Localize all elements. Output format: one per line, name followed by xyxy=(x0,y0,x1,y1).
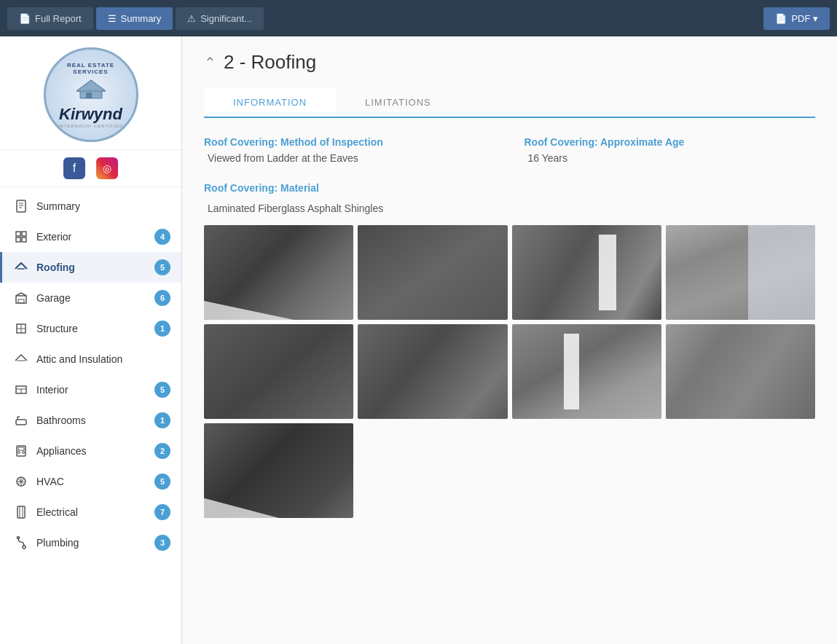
roofing-badge: 5 xyxy=(154,259,170,275)
roof-photo-9[interactable] xyxy=(204,423,353,518)
summary-item-label: Summary xyxy=(36,200,170,212)
roof-photo-5[interactable] xyxy=(204,324,353,419)
electrical-item-label: Electrical xyxy=(36,506,147,518)
svg-point-36 xyxy=(23,546,25,549)
summary-label: Summary xyxy=(121,13,162,24)
logo-circle: REAL ESTATE SERVICES Kirwynd INTERNACHI … xyxy=(44,47,138,142)
warning-icon: ⚠ xyxy=(187,13,196,24)
main-content: ⌃ 2 - Roofing INFORMATION LIMITATIONS Ro… xyxy=(182,36,837,644)
garage-badge: 6 xyxy=(154,290,170,306)
sidebar-item-interior[interactable]: Interior 5 xyxy=(0,374,181,405)
logo-top-text: REAL ESTATE SERVICES xyxy=(52,62,130,75)
house-logo-svg xyxy=(73,76,109,102)
top-navigation: 📄 Full Report ☰ Summary ⚠ Significant...… xyxy=(0,0,837,36)
limitations-tab-label: LIMITATIONS xyxy=(365,97,431,108)
grid-icon xyxy=(13,229,29,245)
material-section: Roof Covering: Material Laminated Fiberg… xyxy=(204,182,815,518)
bathrooms-badge: 1 xyxy=(154,412,170,428)
roof-photo-8[interactable] xyxy=(666,324,815,419)
main-layout: REAL ESTATE SERVICES Kirwynd INTERNACHI … xyxy=(0,36,837,644)
svg-point-27 xyxy=(23,452,25,454)
info-col-age: Roof Covering: Approximate Age 16 Years xyxy=(524,136,816,164)
sidebar-logo: REAL ESTATE SERVICES Kirwynd INTERNACHI … xyxy=(0,36,181,150)
garage-icon xyxy=(13,290,29,306)
roof-photo-7[interactable] xyxy=(512,324,661,419)
full-report-label: Full Report xyxy=(35,13,82,24)
info-fields-row: Roof Covering: Method of Inspection View… xyxy=(204,136,815,164)
roof-photo-6[interactable] xyxy=(358,324,507,419)
instagram-icon[interactable]: ◎ xyxy=(96,157,118,179)
significant-button[interactable]: ⚠ Significant... xyxy=(176,7,264,30)
svg-rect-1 xyxy=(86,93,92,98)
attic-icon xyxy=(13,351,29,367)
roofing-item-label: Roofing xyxy=(36,262,147,273)
svg-rect-33 xyxy=(17,506,25,518)
svg-rect-25 xyxy=(18,447,24,450)
electrical-badge: 7 xyxy=(154,504,170,520)
method-label-colored: Method of Inspection xyxy=(280,136,383,148)
exterior-badge: 4 xyxy=(154,229,170,245)
plumbing-badge: 3 xyxy=(154,535,170,551)
hvac-badge: 5 xyxy=(154,474,170,490)
electrical-icon xyxy=(13,504,29,520)
svg-point-26 xyxy=(18,452,20,454)
sidebar: REAL ESTATE SERVICES Kirwynd INTERNACHI … xyxy=(0,36,182,644)
sidebar-item-roofing[interactable]: Roofing 5 xyxy=(0,252,181,283)
sidebar-item-garage[interactable]: Garage 6 xyxy=(0,283,181,313)
info-col-method: Roof Covering: Method of Inspection View… xyxy=(204,136,495,164)
sidebar-item-plumbing[interactable]: Plumbing 3 xyxy=(0,527,181,558)
doc-icon xyxy=(13,198,29,214)
tab-information[interactable]: INFORMATION xyxy=(204,88,336,118)
roof-photo-1[interactable] xyxy=(204,225,353,320)
roof-photo-2[interactable] xyxy=(358,225,507,320)
interior-icon xyxy=(13,382,29,398)
sidebar-item-bathrooms[interactable]: Bathrooms 1 xyxy=(0,405,181,436)
exterior-item-label: Exterior xyxy=(36,231,147,243)
pdf-label: PDF ▾ xyxy=(791,13,818,24)
age-value: 16 Years xyxy=(524,152,816,164)
svg-rect-8 xyxy=(22,232,26,236)
plumbing-icon xyxy=(13,535,29,551)
structure-badge: 1 xyxy=(154,321,170,337)
material-value: Laminated Fiberglass Asphalt Shingles xyxy=(204,203,815,214)
sidebar-item-structure[interactable]: Structure 1 xyxy=(0,313,181,344)
material-label: Roof Covering: Material xyxy=(204,182,815,194)
sidebar-item-exterior[interactable]: Exterior 4 xyxy=(0,221,181,252)
logo-content: REAL ESTATE SERVICES Kirwynd INTERNACHI … xyxy=(46,56,136,134)
list-icon: ☰ xyxy=(108,13,117,24)
svg-rect-21 xyxy=(16,420,26,425)
sidebar-item-attic[interactable]: Attic and Insulation xyxy=(0,344,181,374)
sidebar-item-electrical[interactable]: Electrical 7 xyxy=(0,497,181,527)
age-label: Roof Covering: Approximate Age xyxy=(524,136,816,148)
garage-item-label: Garage xyxy=(36,292,147,304)
svg-rect-3 xyxy=(17,200,25,212)
interior-badge: 5 xyxy=(154,382,170,398)
sidebar-item-appliances[interactable]: Appliances 2 xyxy=(0,436,181,466)
material-label-bold: Roof Covering: xyxy=(204,182,278,194)
document-icon: 📄 xyxy=(19,13,31,24)
method-label: Roof Covering: Method of Inspection xyxy=(204,136,495,148)
roof-photo-4[interactable] xyxy=(666,225,815,320)
page-title: ⌃ 2 - Roofing xyxy=(204,51,815,74)
information-tab-label: INFORMATION xyxy=(233,97,307,108)
sidebar-item-summary[interactable]: Summary xyxy=(0,191,181,221)
full-report-button[interactable]: 📄 Full Report xyxy=(7,7,93,30)
appliances-badge: 2 xyxy=(154,443,170,459)
collapse-icon[interactable]: ⌃ xyxy=(204,54,216,71)
tab-limitations[interactable]: LIMITATIONS xyxy=(336,88,460,118)
age-label-colored: Approximate Age xyxy=(600,136,684,148)
sidebar-item-hvac[interactable]: HVAC 5 xyxy=(0,466,181,497)
hvac-icon xyxy=(13,474,29,490)
structure-item-label: Structure xyxy=(36,323,147,334)
summary-button[interactable]: ☰ Summary xyxy=(96,7,173,30)
roof-photo-3[interactable] xyxy=(512,225,661,320)
hvac-item-label: HVAC xyxy=(36,476,147,487)
roof-icon xyxy=(13,259,29,275)
page-title-text: 2 - Roofing xyxy=(224,51,316,74)
facebook-icon[interactable]: f xyxy=(63,157,85,179)
pdf-button[interactable]: 📄 PDF ▾ xyxy=(763,7,830,30)
svg-rect-9 xyxy=(16,237,20,242)
bathrooms-item-label: Bathrooms xyxy=(36,415,147,426)
material-label-colored: Material xyxy=(280,182,319,194)
content-tabs: INFORMATION LIMITATIONS xyxy=(204,88,815,118)
